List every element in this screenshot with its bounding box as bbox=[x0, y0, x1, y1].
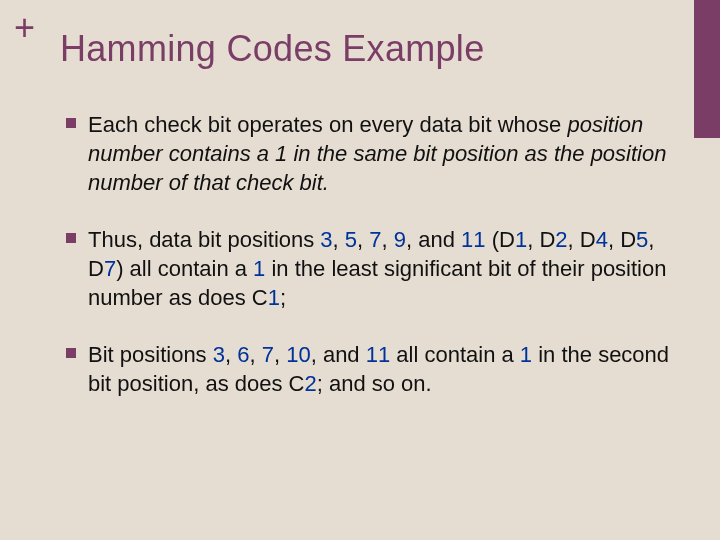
bullet-1-lead: Each check bit operates on every data bi… bbox=[88, 112, 567, 137]
n: 6 bbox=[237, 342, 249, 367]
t: , and bbox=[406, 227, 461, 252]
n: 3 bbox=[213, 342, 225, 367]
t: Thus, data bit positions bbox=[88, 227, 320, 252]
t: all contain a bbox=[390, 342, 520, 367]
n: 11 bbox=[366, 342, 390, 367]
n: 1 bbox=[520, 342, 532, 367]
t: , bbox=[357, 227, 369, 252]
t: , bbox=[382, 227, 394, 252]
n: 10 bbox=[286, 342, 310, 367]
n: 7 bbox=[262, 342, 274, 367]
t: , D bbox=[608, 227, 636, 252]
n: 3 bbox=[320, 227, 332, 252]
accent-bar bbox=[694, 0, 720, 138]
n: 1 bbox=[515, 227, 527, 252]
slide-content: Each check bit operates on every data bi… bbox=[66, 110, 670, 426]
t: , and bbox=[311, 342, 366, 367]
n: 7 bbox=[104, 256, 116, 281]
t: (D bbox=[486, 227, 515, 252]
bullet-3: Bit positions 3, 6, 7, 10, and 11 all co… bbox=[66, 340, 670, 398]
t: ) all contain a bbox=[116, 256, 253, 281]
t: , bbox=[249, 342, 261, 367]
n: 7 bbox=[369, 227, 381, 252]
t: , bbox=[225, 342, 237, 367]
n: 2 bbox=[304, 371, 316, 396]
n: 1 bbox=[268, 285, 280, 310]
t: ; and so on. bbox=[317, 371, 432, 396]
bullet-1: Each check bit operates on every data bi… bbox=[66, 110, 670, 197]
t: , bbox=[333, 227, 345, 252]
t: ; bbox=[280, 285, 286, 310]
t: Bit positions bbox=[88, 342, 213, 367]
n: 1 bbox=[253, 256, 265, 281]
n: 11 bbox=[461, 227, 485, 252]
t: , D bbox=[568, 227, 596, 252]
n: 2 bbox=[555, 227, 567, 252]
plus-icon: + bbox=[14, 10, 35, 46]
slide-title: Hamming Codes Example bbox=[60, 28, 484, 70]
n: 5 bbox=[345, 227, 357, 252]
t: , D bbox=[527, 227, 555, 252]
n: 4 bbox=[596, 227, 608, 252]
n: 5 bbox=[636, 227, 648, 252]
slide: + Hamming Codes Example Each check bit o… bbox=[0, 0, 720, 540]
t: , bbox=[274, 342, 286, 367]
n: 9 bbox=[394, 227, 406, 252]
bullet-2: Thus, data bit positions 3, 5, 7, 9, and… bbox=[66, 225, 670, 312]
